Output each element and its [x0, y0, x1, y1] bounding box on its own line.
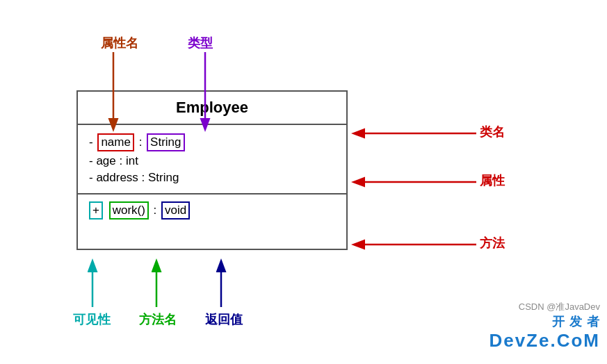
label-leixing: 类型 [188, 35, 213, 51]
method-colon: : [150, 204, 160, 217]
attr-name-highlight: name [97, 133, 134, 151]
visibility-3: - address : String [89, 171, 179, 185]
uml-attr-row-3: - address : String [89, 171, 335, 185]
attr-type-highlight: String [147, 133, 184, 151]
watermark-bottom: DevZe.CoM [489, 330, 600, 351]
method-visibility-highlight: + [89, 201, 103, 220]
uml-method-row-1: + work() : void [89, 201, 335, 220]
uml-methods-section: + work() : void [78, 195, 346, 226]
label-huiguizhi: 返回值 [205, 311, 243, 328]
label-leiming: 类名 [480, 124, 505, 140]
label-kejianxing: 可见性 [73, 311, 111, 328]
label-fangfaming: 方法名 [139, 311, 177, 328]
main-container: Employee - name : String - age : int - a… [0, 0, 607, 364]
label-shuxing: 属性 [480, 172, 505, 189]
colon-1: : [136, 135, 145, 149]
uml-attr-row-2: - age : int [89, 154, 335, 168]
method-space [104, 204, 108, 217]
uml-attr-row-1: - name : String [89, 133, 335, 151]
watermark: CSDN @准JavaDev 开 发 者 DevZe.CoM [489, 301, 600, 351]
watermark-csdn: CSDN @准JavaDev [519, 301, 600, 312]
watermark-top: CSDN @准JavaDev [489, 301, 600, 313]
uml-attributes-section: - name : String - age : int - address : … [78, 125, 346, 195]
label-shuxingming: 属性名 [101, 35, 138, 51]
visibility-1: - [89, 135, 96, 149]
visibility-2: - age : int [89, 154, 138, 168]
uml-class-box: Employee - name : String - age : int - a… [76, 90, 348, 250]
uml-class-name: Employee [78, 92, 346, 125]
method-name-highlight: work() [109, 201, 149, 220]
watermark-prefix: 开 发 者 [489, 313, 600, 330]
method-return-highlight: void [161, 201, 190, 220]
label-fangfa: 方法 [480, 235, 505, 251]
